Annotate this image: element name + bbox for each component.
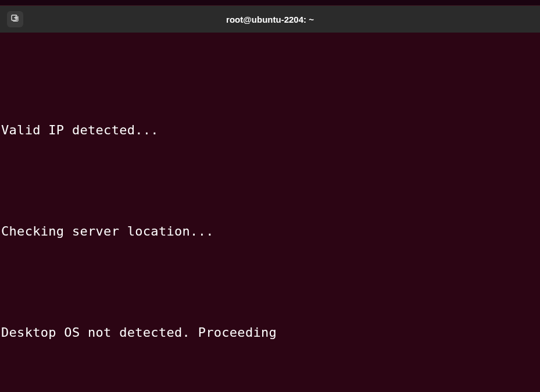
output-line: Desktop OS not detected. Proceeding	[1, 324, 539, 341]
output-line: Valid IP detected...	[1, 122, 539, 138]
terminal-output[interactable]: Valid IP detected... Checking server loc…	[0, 33, 540, 392]
window-top-edge	[0, 0, 540, 6]
new-tab-icon	[10, 13, 20, 25]
window-title: root@ubuntu-2204: ~	[226, 15, 314, 24]
new-tab-button[interactable]	[7, 11, 23, 27]
title-bar: root@ubuntu-2204: ~	[0, 6, 540, 33]
output-line: Checking server location...	[1, 223, 539, 240]
